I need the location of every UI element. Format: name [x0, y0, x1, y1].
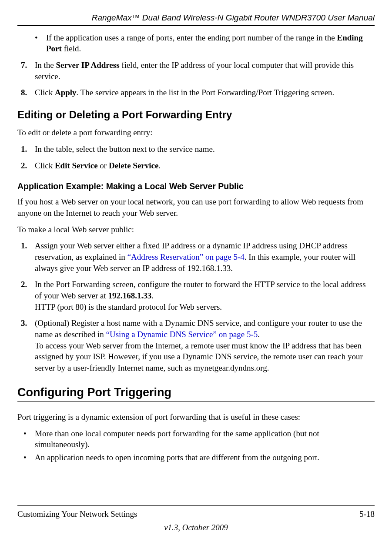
step-number: 3.	[21, 318, 35, 329]
footer-line: Customizing Your Network Settings 5-18	[17, 509, 375, 520]
text: .	[258, 330, 260, 339]
app-step-2: 2.In the Port Forwarding screen, configu…	[17, 279, 375, 312]
footer-version: v1.3, October 2009	[17, 522, 375, 533]
edit-step-1: 1.In the table, select the button next t…	[17, 144, 375, 155]
bullet-dot-icon: •	[23, 452, 35, 463]
text: .	[158, 161, 161, 170]
text: To access your Web server from the Inter…	[35, 341, 363, 372]
text: Click	[35, 88, 55, 97]
text: An application needs to open incoming po…	[35, 453, 319, 462]
text: In the table, select the button next to …	[35, 144, 215, 154]
step-number: 1.	[21, 144, 35, 155]
page: RangeMax™ Dual Band Wireless-N Gigabit R…	[0, 0, 392, 542]
para-port-triggering-intro: Port triggering is a dynamic extension o…	[17, 412, 375, 423]
document-header-title: RangeMax™ Dual Band Wireless-N Gigabit R…	[17, 12, 375, 23]
step-number: 2.	[21, 160, 35, 171]
text: In the	[35, 60, 56, 70]
page-footer: Customizing Your Network Settings 5-18 v…	[17, 505, 375, 533]
text-bold: Delete Service	[109, 161, 158, 170]
step-7: 7.In the Server IP Address field, enter …	[17, 60, 375, 82]
text: If the application uses a range of ports…	[46, 33, 337, 42]
text: In the Port Forwarding screen, configure…	[35, 280, 366, 300]
text-bold: Edit Service	[55, 161, 98, 170]
edit-step-2: 2.Click Edit Service or Delete Service.	[17, 160, 375, 171]
step-number: 2.	[21, 279, 35, 290]
footer-page-number: 5-18	[359, 509, 375, 520]
header-rule	[17, 25, 375, 26]
step-number: 8.	[21, 87, 35, 98]
text: HTTP (port 80) is the standard protocol …	[35, 302, 222, 311]
trigger-bullet-1: •More than one local computer needs port…	[17, 428, 375, 450]
text: . The service appears in the list in the…	[77, 88, 335, 97]
text: Click	[35, 161, 55, 170]
para-edit-intro: To edit or delete a port forwarding entr…	[17, 127, 375, 138]
link-dynamic-dns[interactable]: “Using a Dynamic DNS Service” on page 5-…	[106, 330, 258, 339]
text-bold: 192.168.1.33	[108, 291, 152, 300]
heading-application-example: Application Example: Making a Local Web …	[17, 181, 375, 192]
bullet-dot-icon: •	[23, 428, 35, 439]
text-bold: Server IP Address	[56, 60, 120, 70]
link-address-reservation[interactable]: “Address Reservation” on page 5-4	[127, 252, 245, 261]
text: .	[151, 291, 154, 300]
step-8: 8.Click Apply. The service appears in th…	[17, 87, 375, 98]
text: More than one local computer needs port …	[35, 429, 319, 449]
text: or	[98, 161, 109, 170]
heading-rule	[17, 401, 375, 402]
heading-configuring-port-triggering: Configuring Port Triggering	[17, 385, 375, 400]
app-step-1: 1.Assign your Web server either a fixed …	[17, 240, 375, 274]
app-step-3: 3.(Optional) Register a host name with a…	[17, 318, 375, 373]
trigger-bullet-2: •An application needs to open incoming p…	[17, 452, 375, 463]
step-number: 1.	[21, 240, 35, 251]
bullet-dot-icon: •	[35, 32, 46, 43]
text: field.	[62, 44, 81, 53]
text-bold: Apply	[55, 88, 77, 97]
para-app-example-lead: To make a local Web server public:	[17, 224, 375, 235]
footer-section: Customizing Your Network Settings	[17, 509, 137, 520]
para-app-example-intro: If you host a Web server on your local n…	[17, 196, 375, 218]
footer-rule	[17, 505, 375, 506]
bullet-ending-port: •If the application uses a range of port…	[17, 32, 375, 54]
step-number: 7.	[21, 60, 35, 71]
heading-editing-deleting: Editing or Deleting a Port Forwarding En…	[17, 108, 375, 122]
